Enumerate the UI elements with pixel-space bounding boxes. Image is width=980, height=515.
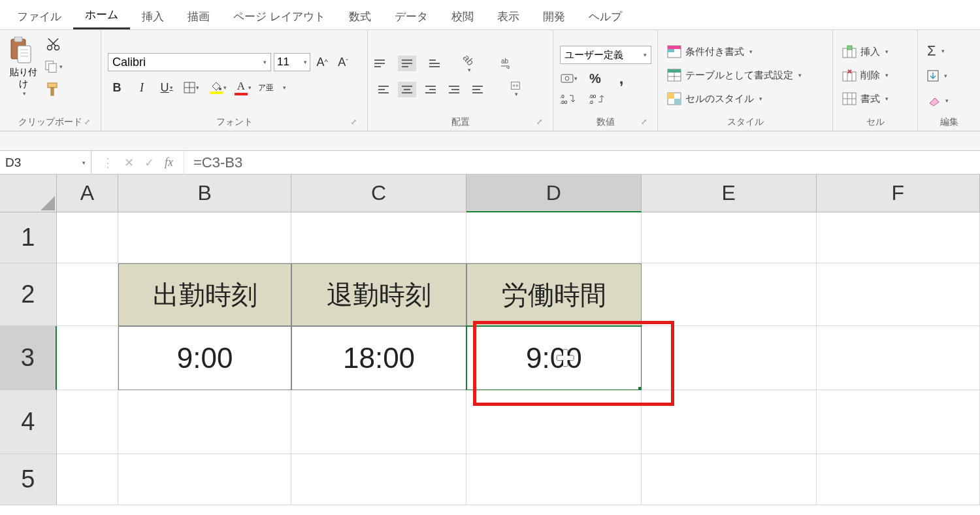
cell-F3[interactable] <box>817 326 980 390</box>
font-color-button[interactable]: A ▾ <box>232 78 250 97</box>
tab-draw[interactable]: 描画 <box>176 4 221 29</box>
cell-C2[interactable]: 退勤時刻 <box>291 263 466 326</box>
cell-styles-button[interactable]: セルのスタイル ▾ <box>664 88 826 109</box>
row-header-4[interactable]: 4 <box>0 390 57 454</box>
wrap-text-button[interactable]: ab <box>497 56 515 71</box>
clipboard-dialog-launcher[interactable]: ⤢ <box>82 118 91 127</box>
italic-button[interactable]: I <box>133 78 151 97</box>
format-as-table-button[interactable]: テーブルとして書式設定 ▾ <box>664 65 826 86</box>
decrease-font-button[interactable]: Aˇ <box>334 53 352 71</box>
row-header-3[interactable]: 3 <box>0 326 57 390</box>
cell-F5[interactable] <box>817 454 980 505</box>
name-box[interactable]: D3 ▾ <box>0 151 91 174</box>
chevron-down-icon[interactable]: ▾ <box>283 84 286 91</box>
tab-home[interactable]: ホーム <box>73 2 130 29</box>
autosum-button[interactable]: Σ ▾ <box>924 41 973 61</box>
cell-C1[interactable] <box>291 212 466 263</box>
alignment-dialog-launcher[interactable]: ⤢ <box>534 118 544 127</box>
tab-developer[interactable]: 開発 <box>531 4 577 29</box>
cell-A5[interactable] <box>57 454 118 505</box>
cell-A3[interactable] <box>57 326 118 390</box>
cell-E1[interactable] <box>642 212 817 263</box>
cell-B3[interactable]: 9:00 <box>118 326 291 390</box>
align-center-button[interactable] <box>398 82 416 97</box>
format-painter-button[interactable] <box>44 81 63 97</box>
align-top-button[interactable] <box>374 56 393 71</box>
formula-input[interactable]: =C3-B3 <box>184 151 980 174</box>
font-dialog-launcher[interactable]: ⤢ <box>349 118 358 127</box>
align-right-button[interactable] <box>421 82 440 97</box>
col-header-B[interactable]: B <box>118 174 291 212</box>
cancel-formula-button[interactable]: ✕ <box>124 156 134 170</box>
percent-style-button[interactable]: % <box>586 69 604 88</box>
phonetic-button[interactable]: ア亜 <box>257 78 275 97</box>
fill-button[interactable]: ▾ <box>924 65 973 86</box>
cell-F4[interactable] <box>817 390 980 454</box>
cell-B4[interactable] <box>118 390 291 454</box>
row-header-2[interactable]: 2 <box>0 263 57 326</box>
col-header-A[interactable]: A <box>57 174 118 212</box>
cell-A4[interactable] <box>57 390 118 454</box>
align-left-button[interactable] <box>374 82 393 97</box>
delete-cells-button[interactable]: 削除 ▾ <box>840 65 911 86</box>
cell-D4[interactable] <box>466 390 642 454</box>
cell-B2[interactable]: 出勤時刻 <box>118 263 291 326</box>
cell-E4[interactable] <box>642 390 817 454</box>
cell-B1[interactable] <box>118 212 291 263</box>
cell-C4[interactable] <box>291 390 466 454</box>
cell-A1[interactable] <box>57 212 118 263</box>
font-size-combo[interactable]: 11 ▾ <box>274 53 310 71</box>
decrease-decimal-button[interactable]: .00.0 <box>589 93 604 105</box>
tab-help[interactable]: ヘルプ <box>577 4 634 29</box>
cell-E5[interactable] <box>642 454 817 505</box>
col-header-C[interactable]: C <box>291 174 466 212</box>
clear-button[interactable]: ▾ <box>924 90 973 111</box>
tab-page-layout[interactable]: ページ レイアウト <box>221 4 337 29</box>
orientation-button[interactable]: ab▾ <box>459 56 478 71</box>
fill-color-button[interactable]: ▾ <box>207 78 225 97</box>
number-format-combo[interactable]: ユーザー定義 ▾ <box>560 46 651 64</box>
select-all-button[interactable] <box>0 174 57 212</box>
tab-data[interactable]: データ <box>383 4 440 29</box>
border-button[interactable]: ▾ <box>182 78 201 97</box>
insert-function-button[interactable]: fx <box>165 156 173 169</box>
increase-indent-button[interactable] <box>468 82 487 97</box>
underline-button[interactable]: U▾ <box>157 78 176 97</box>
cell-B5[interactable] <box>118 454 291 505</box>
cell-F2[interactable] <box>817 263 980 326</box>
row-header-5[interactable]: 5 <box>0 454 57 505</box>
cell-D2[interactable]: 労働時間 <box>466 263 642 326</box>
tab-view[interactable]: 表示 <box>485 4 531 29</box>
cell-D3[interactable]: 9:00 ✚ <box>466 326 642 390</box>
cell-E3[interactable] <box>642 326 817 390</box>
copy-button[interactable]: ▾ <box>44 59 63 75</box>
format-cells-button[interactable]: 書式 ▾ <box>840 88 911 109</box>
tab-review[interactable]: 校閲 <box>440 4 485 29</box>
decrease-indent-button[interactable] <box>445 82 463 97</box>
cell-A2[interactable] <box>57 263 118 326</box>
bold-button[interactable]: B <box>108 78 126 97</box>
cell-C5[interactable] <box>291 454 466 505</box>
comma-style-button[interactable]: , <box>612 69 630 88</box>
align-bottom-button[interactable] <box>421 56 440 71</box>
cell-F1[interactable] <box>817 212 980 263</box>
col-header-D[interactable]: D <box>466 174 642 212</box>
cell-D1[interactable] <box>466 212 642 263</box>
insert-cells-button[interactable]: 挿入 ▾ <box>840 41 911 62</box>
col-header-F[interactable]: F <box>817 174 980 212</box>
cell-D5[interactable] <box>466 454 642 505</box>
tab-formulas[interactable]: 数式 <box>337 4 383 29</box>
increase-decimal-button[interactable]: .0.00 <box>560 93 576 105</box>
align-middle-button[interactable] <box>398 56 416 71</box>
cut-button[interactable] <box>44 37 63 52</box>
merge-center-button[interactable]: ▾ <box>506 82 525 97</box>
paste-dropdown-icon[interactable]: ▾ <box>8 90 41 97</box>
cell-E2[interactable] <box>642 263 817 326</box>
cell-C3[interactable]: 18:00 <box>291 326 466 390</box>
confirm-formula-button[interactable]: ✓ <box>144 156 154 170</box>
row-header-1[interactable]: 1 <box>0 212 57 263</box>
tab-insert[interactable]: 挿入 <box>130 4 176 29</box>
tab-file[interactable]: ファイル <box>5 4 73 29</box>
increase-font-button[interactable]: A^ <box>313 53 331 71</box>
col-header-E[interactable]: E <box>642 174 817 212</box>
